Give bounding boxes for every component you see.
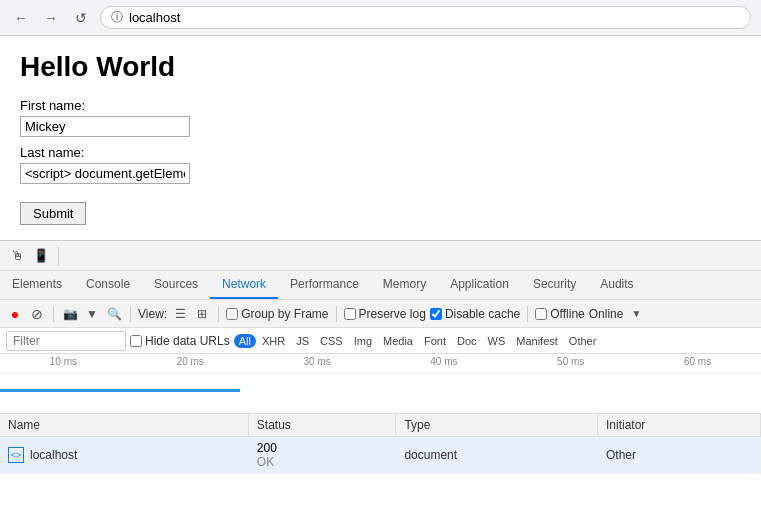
filter-js[interactable]: JS: [291, 334, 314, 348]
network-table: Name Status Type Initiator <> localhost …: [0, 414, 761, 474]
forward-button[interactable]: →: [40, 7, 62, 29]
disable-cache-label: Disable cache: [430, 307, 520, 321]
tab-elements[interactable]: Elements: [0, 271, 74, 299]
hide-data-urls-label: Hide data URLs: [130, 334, 230, 348]
tick-10ms: 10 ms: [0, 356, 127, 373]
cell-name: <> localhost: [0, 437, 248, 474]
filter-row: Hide data URLs All XHR JS CSS Img Media …: [0, 328, 761, 354]
offline-label: Offline: [535, 307, 584, 321]
table-header-row: Name Status Type Initiator: [0, 414, 761, 437]
col-status[interactable]: Status: [248, 414, 396, 437]
timeline-bars: [0, 374, 761, 414]
col-type[interactable]: Type: [396, 414, 598, 437]
tick-50ms: 50 ms: [507, 356, 634, 373]
nt-sep-4: [336, 306, 337, 322]
group-by-frame-text: Group by Frame: [241, 307, 328, 321]
cell-initiator: Other: [598, 437, 761, 474]
filter-other[interactable]: Other: [564, 334, 602, 348]
nt-sep-1: [53, 306, 54, 322]
devtools-tabs: Elements Console Sources Network Perform…: [0, 271, 761, 300]
offline-checkbox[interactable]: [535, 308, 547, 320]
disable-cache-checkbox[interactable]: [430, 308, 442, 320]
tick-40ms: 40 ms: [380, 356, 507, 373]
page-title: Hello World: [20, 51, 741, 83]
last-name-input[interactable]: [20, 163, 190, 184]
tab-security[interactable]: Security: [521, 271, 588, 299]
first-name-label: First name:: [20, 98, 741, 113]
toolbar-separator: [58, 247, 59, 265]
tab-performance[interactable]: Performance: [278, 271, 371, 299]
status-text: OK: [257, 455, 388, 469]
filter-font[interactable]: Font: [419, 334, 451, 348]
tick-20ms: 20 ms: [127, 356, 254, 373]
view-label: View:: [138, 307, 167, 321]
lock-icon: ⓘ: [111, 9, 123, 26]
tab-memory[interactable]: Memory: [371, 271, 438, 299]
filter-manifest[interactable]: Manifest: [511, 334, 563, 348]
preserve-log-checkbox[interactable]: [344, 308, 356, 320]
tab-sources[interactable]: Sources: [142, 271, 210, 299]
inspect-element-button[interactable]: 🖱: [6, 245, 28, 267]
submit-button[interactable]: Submit: [20, 202, 86, 225]
file-icon: <>: [8, 447, 24, 463]
filter-css[interactable]: CSS: [315, 334, 348, 348]
filter-doc[interactable]: Doc: [452, 334, 482, 348]
timeline-ruler: 10 ms 20 ms 30 ms 40 ms 50 ms 60 ms: [0, 354, 761, 374]
last-name-group: Last name:: [20, 145, 741, 184]
col-name[interactable]: Name: [0, 414, 248, 437]
timeline-bar-blue: [0, 389, 240, 392]
cell-status: 200 OK: [248, 437, 396, 474]
grouped-view-button[interactable]: ⊞: [193, 305, 211, 323]
status-code: 200: [257, 441, 388, 455]
address-text: localhost: [129, 10, 180, 25]
browser-chrome: ← → ↺ ⓘ localhost: [0, 0, 761, 36]
col-initiator[interactable]: Initiator: [598, 414, 761, 437]
preserve-log-label: Preserve log: [344, 307, 426, 321]
nt-sep-2: [130, 306, 131, 322]
tab-console[interactable]: Console: [74, 271, 142, 299]
devtools-panel: 🖱 📱 Elements Console Sources Network Per…: [0, 240, 761, 474]
record-button[interactable]: ●: [6, 305, 24, 323]
group-by-frame-checkbox[interactable]: [226, 308, 238, 320]
tick-60ms: 60 ms: [634, 356, 761, 373]
first-name-input[interactable]: [20, 116, 190, 137]
group-by-frame-label: Group by Frame: [226, 307, 328, 321]
throttle-dropdown[interactable]: ▼: [627, 305, 645, 323]
tab-network[interactable]: Network: [210, 271, 278, 299]
network-toolbar: ● ⊘ 📷 ▼ 🔍 View: ☰ ⊞ Group by Frame Prese…: [0, 300, 761, 328]
timeline-area: 10 ms 20 ms 30 ms 40 ms 50 ms 60 ms: [0, 354, 761, 414]
filter-types: All XHR JS CSS Img Media Font Doc WS Man…: [234, 334, 602, 348]
filter-xhr[interactable]: XHR: [257, 334, 290, 348]
devtools-toolbar: 🖱 📱: [0, 241, 761, 271]
filter-input[interactable]: [6, 331, 126, 351]
filter-media[interactable]: Media: [378, 334, 418, 348]
nt-sep-5: [527, 306, 528, 322]
last-name-label: Last name:: [20, 145, 741, 160]
page-content: Hello World First name: Last name: Submi…: [0, 36, 761, 240]
offline-text: Offline: [550, 307, 584, 321]
filter-button[interactable]: ▼: [83, 305, 101, 323]
filter-all[interactable]: All: [234, 334, 256, 348]
table-row[interactable]: <> localhost 200 OK document Other: [0, 437, 761, 474]
online-text: Online: [589, 307, 624, 321]
row-name-text: localhost: [30, 448, 77, 462]
device-toolbar-button[interactable]: 📱: [30, 245, 52, 267]
filter-img[interactable]: Img: [349, 334, 377, 348]
address-bar: ⓘ localhost: [100, 6, 751, 29]
hide-data-urls-checkbox[interactable]: [130, 335, 142, 347]
cell-type: document: [396, 437, 598, 474]
filter-ws[interactable]: WS: [483, 334, 511, 348]
preserve-log-text: Preserve log: [359, 307, 426, 321]
back-button[interactable]: ←: [10, 7, 32, 29]
clear-button[interactable]: ⊘: [28, 305, 46, 323]
reload-button[interactable]: ↺: [70, 7, 92, 29]
tab-application[interactable]: Application: [438, 271, 521, 299]
first-name-group: First name:: [20, 98, 741, 137]
tab-audits[interactable]: Audits: [588, 271, 645, 299]
nt-sep-3: [218, 306, 219, 322]
screenshot-button[interactable]: 📷: [61, 305, 79, 323]
hide-data-urls-text: Hide data URLs: [145, 334, 230, 348]
search-button[interactable]: 🔍: [105, 305, 123, 323]
list-view-button[interactable]: ☰: [171, 305, 189, 323]
tick-30ms: 30 ms: [254, 356, 381, 373]
